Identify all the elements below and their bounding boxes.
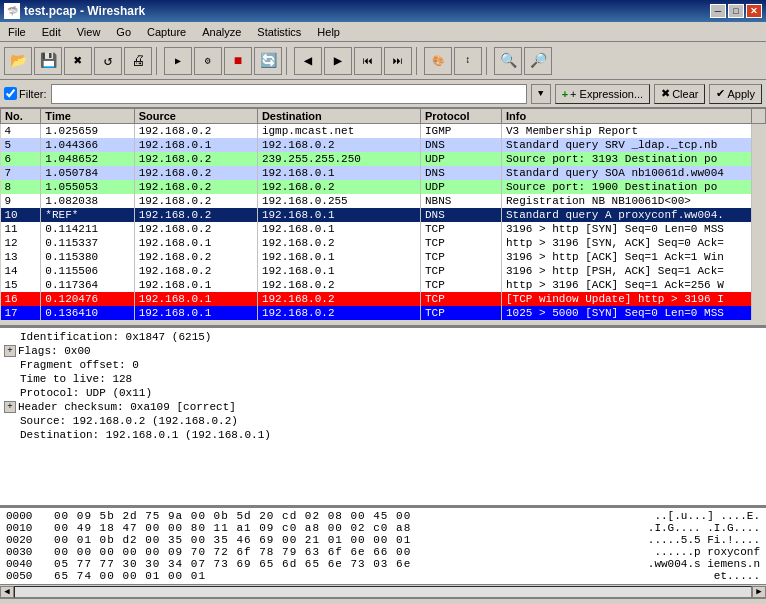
table-row[interactable]: 71.050784192.168.0.2192.168.0.1DNSStanda…: [1, 166, 766, 180]
cell-2: 192.168.0.1: [134, 306, 257, 320]
cell-5: http > 3196 [ACK] Seq=1 Ack=256 W: [502, 278, 752, 292]
cell-4: DNS: [421, 138, 502, 152]
start-capture-button[interactable]: ▶: [164, 47, 192, 75]
detail-item: Protocol: UDP (0x11): [4, 386, 762, 400]
table-row[interactable]: 170.136410192.168.0.1192.168.0.2TCP1025 …: [1, 306, 766, 320]
col-info[interactable]: Info: [502, 109, 752, 124]
table-row[interactable]: 150.117364192.168.0.1192.168.0.2TCPhttp …: [1, 278, 766, 292]
open-file-button[interactable]: 📂: [4, 47, 32, 75]
maximize-button[interactable]: □: [728, 4, 744, 18]
cell-3: igmp.mcast.net: [257, 124, 420, 139]
expression-button[interactable]: + + Expression...: [555, 84, 651, 104]
cell-2: 192.168.0.1: [134, 138, 257, 152]
table-row[interactable]: 160.120476192.168.0.1192.168.0.2TCP[TCP …: [1, 292, 766, 306]
forward-button[interactable]: ▶: [324, 47, 352, 75]
table-row[interactable]: 41.025659192.168.0.2igmp.mcast.netIGMPV3…: [1, 124, 766, 139]
menu-help[interactable]: Help: [309, 24, 348, 40]
menu-edit[interactable]: Edit: [34, 24, 69, 40]
table-row[interactable]: 130.115380192.168.0.2192.168.0.1TCP3196 …: [1, 250, 766, 264]
table-row[interactable]: 61.048652192.168.0.2239.255.255.250UDPSo…: [1, 152, 766, 166]
restart-capture-button[interactable]: 🔄: [254, 47, 282, 75]
hex-ascii: ..[.u...] ....E.: [654, 510, 760, 522]
detail-expand-button[interactable]: +: [4, 345, 16, 357]
minimize-button[interactable]: ─: [710, 4, 726, 18]
cell-0: 11: [1, 222, 41, 236]
detail-item: Identification: 0x1847 (6215): [4, 330, 762, 344]
hex-panel[interactable]: 000000 09 5b 2d 75 9a 00 0b 5d 20 cd 02 …: [0, 508, 766, 584]
table-row[interactable]: 10*REF*192.168.0.2192.168.0.1DNSStandard…: [1, 208, 766, 222]
menu-capture[interactable]: Capture: [139, 24, 194, 40]
h-scroll[interactable]: ◀ ▶: [0, 584, 766, 598]
cell-2: 192.168.0.1: [134, 236, 257, 250]
save-button[interactable]: 💾: [34, 47, 62, 75]
cell-4: NBNS: [421, 194, 502, 208]
menu-statistics[interactable]: Statistics: [249, 24, 309, 40]
table-row[interactable]: 110.114211192.168.0.2192.168.0.1TCP3196 …: [1, 222, 766, 236]
cell-1: 0.117364: [41, 278, 134, 292]
go-to-first-button[interactable]: ⏮: [354, 47, 382, 75]
close-file-button[interactable]: ✖: [64, 47, 92, 75]
detail-panel[interactable]: Identification: 0x1847 (6215)+Flags: 0x0…: [0, 328, 766, 508]
table-row[interactable]: 81.055053192.168.0.2192.168.0.2UDPSource…: [1, 180, 766, 194]
col-no[interactable]: No.: [1, 109, 41, 124]
stop-capture-button[interactable]: ■: [224, 47, 252, 75]
packet-list[interactable]: No. Time Source Destination Protocol Inf…: [0, 108, 766, 328]
menu-analyze[interactable]: Analyze: [194, 24, 249, 40]
col-time[interactable]: Time: [41, 109, 134, 124]
cell-0: 9: [1, 194, 41, 208]
menu-go[interactable]: Go: [108, 24, 139, 40]
close-button[interactable]: ✕: [746, 4, 762, 18]
back-button[interactable]: ◀: [294, 47, 322, 75]
toolbar: 📂 💾 ✖ ↺ 🖨 ▶ ⚙ ■ 🔄 ◀ ▶ ⏮ ⏭ 🎨 ↕ 🔍 🔎: [0, 42, 766, 80]
hex-offset: 0050: [6, 570, 46, 582]
menu-bar: File Edit View Go Capture Analyze Statis…: [0, 22, 766, 42]
menu-file[interactable]: File: [0, 24, 34, 40]
filter-input[interactable]: [51, 84, 527, 104]
scroll-track[interactable]: [14, 586, 752, 598]
cell-5: Standard query SRV _ldap._tcp.nb: [502, 138, 752, 152]
cell-5: Registration NB NB10061D<00>: [502, 194, 752, 208]
colorize-button[interactable]: 🎨: [424, 47, 452, 75]
cell-3: 192.168.0.1: [257, 264, 420, 278]
plus-icon: +: [562, 88, 568, 100]
detail-item: Fragment offset: 0: [4, 358, 762, 372]
apply-button[interactable]: ✔ Apply: [709, 84, 762, 104]
print-button[interactable]: 🖨: [124, 47, 152, 75]
filter-dropdown[interactable]: ▼: [531, 84, 551, 104]
cell-1: 0.115337: [41, 236, 134, 250]
scroll-right-button[interactable]: ▶: [752, 586, 766, 598]
reload-button[interactable]: ↺: [94, 47, 122, 75]
filter-checkbox[interactable]: [4, 87, 17, 100]
table-row[interactable]: 91.082038192.168.0.2192.168.0.255NBNSReg…: [1, 194, 766, 208]
hex-row: 000000 09 5b 2d 75 9a 00 0b 5d 20 cd 02 …: [4, 510, 762, 522]
go-to-last-button[interactable]: ⏭: [384, 47, 412, 75]
cell-2: 192.168.0.1: [134, 278, 257, 292]
cell-1: 0.136410: [41, 306, 134, 320]
col-source[interactable]: Source: [134, 109, 257, 124]
cell-3: 192.168.0.2: [257, 278, 420, 292]
capture-options-button[interactable]: ⚙: [194, 47, 222, 75]
auto-scroll-button[interactable]: ↕: [454, 47, 482, 75]
col-destination[interactable]: Destination: [257, 109, 420, 124]
cell-2: 192.168.0.2: [134, 250, 257, 264]
clear-button[interactable]: ✖ Clear: [654, 84, 705, 104]
menu-view[interactable]: View: [69, 24, 109, 40]
detail-text: Destination: 192.168.0.1 (192.168.0.1): [20, 429, 271, 441]
table-row[interactable]: 120.115337192.168.0.1192.168.0.2TCPhttp …: [1, 236, 766, 250]
cell-5: [TCP window Update] http > 3196 I: [502, 292, 752, 306]
hex-offset: 0010: [6, 522, 46, 534]
zoom-in-button[interactable]: 🔍: [494, 47, 522, 75]
col-protocol[interactable]: Protocol: [421, 109, 502, 124]
cell-0: 16: [1, 292, 41, 306]
detail-item: +Flags: 0x00: [4, 344, 762, 358]
scroll-left-button[interactable]: ◀: [0, 586, 14, 598]
packet-list-scroll[interactable]: No. Time Source Destination Protocol Inf…: [0, 108, 766, 325]
cell-4: TCP: [421, 264, 502, 278]
table-row[interactable]: 51.044366192.168.0.1192.168.0.2DNSStanda…: [1, 138, 766, 152]
zoom-out-button[interactable]: 🔎: [524, 47, 552, 75]
cell-3: 192.168.0.2: [257, 292, 420, 306]
hex-bytes: 00 01 0b d2 00 35 00 35 46 69 00 21 01 0…: [54, 534, 640, 546]
table-row[interactable]: 140.115506192.168.0.2192.168.0.1TCP3196 …: [1, 264, 766, 278]
detail-expand-button[interactable]: +: [4, 401, 16, 413]
cell-2: 192.168.0.1: [134, 292, 257, 306]
